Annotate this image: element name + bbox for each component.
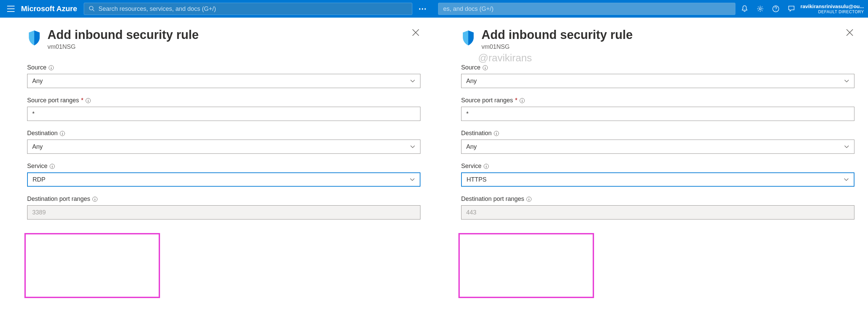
search-icon	[89, 6, 95, 12]
source-port-field: Source port ranges*	[27, 97, 420, 121]
page-title: Add inbound security rule	[481, 28, 845, 42]
watermark-text: @ravikirans	[478, 52, 532, 64]
left-panel: Microsoft Azure ⋯ Add inbound security r…	[0, 0, 434, 314]
user-email: ravikiransrinivasulu@ou...	[801, 3, 864, 9]
source-label: Source	[461, 64, 480, 71]
chevron-down-icon	[410, 177, 415, 182]
hamburger-icon	[7, 6, 15, 12]
info-icon[interactable]	[50, 164, 55, 169]
gear-icon	[756, 5, 764, 13]
chevron-down-icon	[844, 78, 849, 84]
info-icon[interactable]	[494, 131, 499, 136]
source-select[interactable]: Any	[461, 74, 854, 88]
destination-label: Destination	[27, 130, 58, 137]
info-icon[interactable]	[85, 98, 91, 103]
content-area: Add inbound security rule vm01NSG @ravik…	[434, 18, 868, 228]
service-value: HTTPS	[467, 176, 487, 183]
svg-point-0	[90, 6, 93, 10]
dest-port-label: Destination port ranges	[27, 195, 90, 203]
global-search[interactable]	[438, 3, 735, 15]
service-field: Service RDP	[27, 163, 420, 187]
highlight-annotation	[458, 233, 594, 298]
search-input[interactable]	[443, 5, 730, 13]
destination-select[interactable]: Any	[27, 140, 420, 154]
info-icon[interactable]	[92, 196, 98, 202]
destination-field: Destination Any	[27, 130, 420, 154]
brand-label: Microsoft Azure	[21, 4, 77, 13]
info-icon[interactable]	[482, 65, 488, 70]
service-select[interactable]: HTTPS	[461, 172, 854, 187]
page-subtitle: vm01NSG	[47, 43, 411, 50]
source-port-label: Source port ranges	[461, 97, 513, 104]
info-icon[interactable]	[526, 196, 532, 202]
feedback-icon	[788, 5, 795, 13]
topbar: ravikiransrinivasulu@ou... DEFAULT DIREC…	[434, 0, 868, 18]
service-field: Service HTTPS	[461, 163, 854, 187]
chevron-down-icon	[844, 177, 849, 182]
required-marker: *	[81, 97, 83, 104]
chevron-down-icon	[844, 144, 849, 149]
chevron-down-icon	[410, 78, 415, 84]
service-select[interactable]: RDP	[27, 172, 420, 187]
source-field: Source Any	[461, 64, 854, 88]
dest-port-field: Destination port ranges	[27, 195, 420, 219]
destination-select[interactable]: Any	[461, 140, 854, 154]
dest-port-field: Destination port ranges	[461, 195, 854, 219]
help-icon	[772, 5, 780, 13]
source-field: Source Any	[27, 64, 420, 88]
source-port-label: Source port ranges	[27, 97, 79, 104]
user-account[interactable]: ravikiransrinivasulu@ou... DEFAULT DIREC…	[801, 3, 864, 14]
right-panel: ravikiransrinivasulu@ou... DEFAULT DIREC…	[434, 0, 868, 314]
shield-icon	[27, 30, 41, 46]
topbar: Microsoft Azure ⋯	[0, 0, 434, 18]
dest-port-input	[27, 205, 420, 219]
source-port-input[interactable]	[461, 107, 854, 121]
hamburger-menu[interactable]	[4, 2, 18, 16]
source-value: Any	[32, 78, 43, 85]
help-button[interactable]	[769, 2, 782, 15]
service-value: RDP	[33, 176, 45, 183]
required-marker: *	[515, 97, 517, 104]
highlight-annotation	[24, 233, 160, 298]
source-value: Any	[466, 78, 477, 85]
dest-port-input	[461, 205, 854, 219]
svg-point-6	[759, 8, 761, 10]
more-button[interactable]: ⋯	[415, 4, 430, 14]
user-directory: DEFAULT DIRECTORY	[801, 9, 864, 14]
page-subtitle: vm01NSG	[481, 43, 845, 50]
bell-icon	[741, 5, 748, 13]
dest-port-label: Destination port ranges	[461, 195, 524, 203]
destination-label: Destination	[461, 130, 492, 137]
info-icon[interactable]	[484, 164, 489, 169]
content-area: Add inbound security rule vm01NSG Source…	[0, 18, 434, 228]
source-select[interactable]: Any	[27, 74, 420, 88]
notifications-button[interactable]	[738, 2, 751, 15]
destination-field: Destination Any	[461, 130, 854, 154]
global-search[interactable]	[84, 3, 412, 15]
info-icon[interactable]	[60, 131, 65, 136]
chevron-down-icon	[410, 144, 415, 149]
page-title: Add inbound security rule	[47, 28, 411, 42]
source-port-field: Source port ranges*	[461, 97, 854, 121]
close-button[interactable]	[845, 28, 854, 37]
service-label: Service	[461, 163, 481, 170]
settings-button[interactable]	[754, 2, 767, 15]
shield-icon	[461, 30, 475, 46]
source-label: Source	[27, 64, 46, 71]
destination-value: Any	[466, 143, 477, 150]
info-icon[interactable]	[519, 98, 525, 103]
info-icon[interactable]	[48, 65, 54, 70]
service-label: Service	[27, 163, 47, 170]
search-input[interactable]	[98, 5, 407, 13]
feedback-button[interactable]	[785, 2, 798, 15]
destination-value: Any	[32, 143, 43, 150]
close-button[interactable]	[411, 28, 420, 37]
source-port-input[interactable]	[27, 107, 420, 121]
